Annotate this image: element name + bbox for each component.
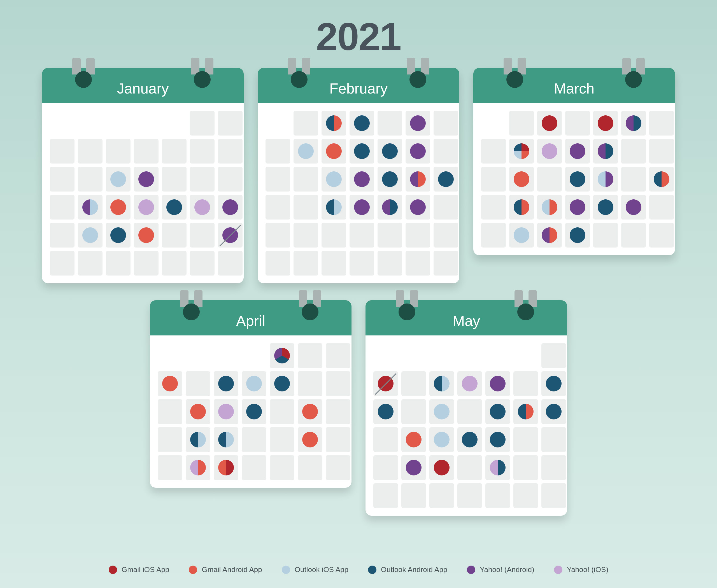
calendar-container: JanuaryFebruaryMarchAprilMay [28, 68, 689, 516]
day-cell [541, 343, 566, 368]
day-cell [214, 427, 238, 452]
release-dot [570, 200, 586, 215]
release-dot [626, 115, 641, 131]
day-cell [429, 427, 454, 452]
day-cell [434, 195, 458, 219]
day-cell [485, 399, 510, 424]
day-cell [509, 167, 534, 191]
day-cell [541, 483, 566, 508]
day-cell [565, 167, 590, 191]
day-cell [78, 195, 103, 219]
day-cell [293, 167, 318, 191]
release-dot [406, 460, 422, 476]
day-cell [593, 111, 618, 135]
release-dot [570, 227, 586, 243]
release-dot [410, 115, 426, 131]
release-dot [598, 143, 613, 159]
legend-item: Gmail iOS App [109, 565, 169, 574]
release-dot [302, 404, 318, 419]
day-cell [134, 223, 159, 248]
binder-ring [512, 290, 539, 317]
legend-item: Yahoo! (iOS) [554, 565, 608, 574]
day-cell [218, 111, 243, 135]
day-cell [406, 167, 430, 191]
day-cell [190, 167, 214, 191]
release-dot [382, 171, 398, 187]
day-cell [513, 483, 538, 508]
legend-item: Gmail Android App [189, 565, 262, 574]
day-cell [266, 223, 290, 248]
binder-ring [393, 290, 421, 317]
day-cell [377, 139, 402, 164]
day-cell [481, 223, 506, 248]
day-cell [214, 455, 238, 480]
day-cell [593, 195, 618, 219]
day-cell [322, 195, 346, 219]
day-cell [457, 427, 482, 452]
day-cell [78, 223, 103, 248]
release-dot [490, 376, 506, 392]
binder-ring [405, 58, 431, 85]
day-cell [270, 399, 294, 424]
legend-label: Yahoo! (iOS) [567, 565, 608, 574]
release-dot [326, 143, 342, 159]
day-cell [190, 111, 214, 135]
day-cell [214, 343, 238, 368]
legend-label: Yahoo! (Android) [480, 565, 534, 574]
day-cell [457, 483, 482, 508]
release-dot [354, 143, 370, 159]
release-dot [542, 227, 557, 243]
release-dot [354, 171, 370, 187]
day-cell [134, 251, 159, 275]
legend-item: Outlook iOS App [282, 565, 348, 574]
release-dot [110, 171, 126, 187]
binder-ring [296, 290, 324, 317]
month-grid [366, 335, 567, 516]
year-title: 2021 [28, 14, 689, 59]
release-dot [354, 200, 370, 215]
release-dot [138, 227, 154, 243]
day-cell [406, 223, 430, 248]
release-dot [406, 432, 422, 447]
day-cell [513, 427, 538, 452]
day-cell [186, 399, 210, 424]
day-cell [373, 455, 398, 480]
day-cell [406, 251, 430, 275]
calendar: March [473, 68, 675, 284]
release-dot [490, 432, 506, 447]
month-grid [150, 335, 351, 488]
day-cell [293, 111, 318, 135]
release-dot [434, 376, 450, 392]
release-dot [382, 143, 398, 159]
day-cell [158, 343, 182, 368]
legend-swatch [554, 566, 562, 574]
day-cell [270, 427, 294, 452]
release-dot [514, 171, 529, 187]
release-dot [190, 404, 206, 419]
day-cell [50, 223, 75, 248]
binder-ring [501, 58, 528, 85]
release-dot [514, 200, 529, 215]
day-cell [106, 167, 130, 191]
day-cell [162, 111, 186, 135]
day-cell [106, 195, 130, 219]
day-cell [106, 251, 130, 275]
day-cell [50, 111, 75, 135]
legend-swatch [109, 566, 117, 574]
binder-ring [286, 58, 312, 85]
day-cell [485, 455, 510, 480]
release-dot [222, 200, 238, 215]
day-cell [401, 371, 426, 396]
day-cell [106, 111, 130, 135]
release-dot [354, 115, 370, 131]
day-cell [134, 167, 159, 191]
release-dot [138, 171, 154, 187]
release-dot [302, 432, 318, 447]
release-dot [194, 200, 210, 215]
day-cell [293, 139, 318, 164]
day-cell [186, 343, 210, 368]
day-cell [485, 427, 510, 452]
release-dot [542, 143, 557, 159]
release-dot [546, 376, 561, 392]
day-cell [326, 399, 350, 424]
